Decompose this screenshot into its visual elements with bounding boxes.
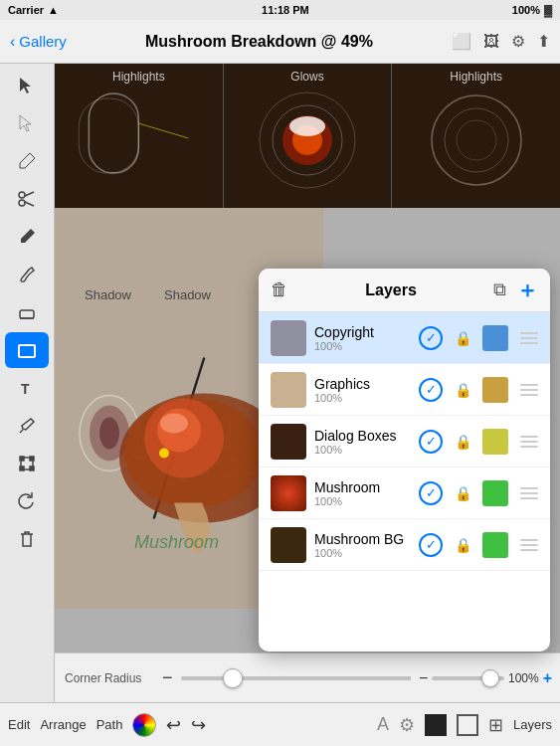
tool-transform[interactable] — [5, 446, 49, 481]
svg-point-31 — [99, 418, 119, 450]
bottom-bar: Edit Arrange Path ↩ ↪ A ⚙ ⊞ Layers — [0, 702, 560, 746]
layer-thumb-copyright — [271, 320, 306, 356]
layer-thumb-mushroom — [271, 475, 306, 511]
layer-info-copyright: Copyright 100% — [314, 324, 411, 352]
svg-rect-6 — [20, 310, 34, 318]
tool-pen[interactable] — [5, 143, 49, 179]
layer-check-copyright[interactable]: ✓ — [419, 326, 443, 350]
back-button[interactable]: ‹ Gallery — [10, 33, 67, 51]
layer-pct-graphics: 100% — [314, 392, 411, 404]
layer-check-graphics[interactable]: ✓ — [419, 378, 443, 402]
tool-pencil[interactable] — [5, 219, 49, 255]
redo-icon[interactable]: ↪ — [191, 714, 206, 736]
image-icon[interactable]: 🖼 — [483, 33, 499, 51]
corner-radius-minus-button[interactable]: − — [162, 667, 173, 688]
path-menu-button[interactable]: Path — [96, 717, 123, 732]
layer-name-copyright: Copyright — [314, 324, 411, 340]
corner-radius-thumb[interactable] — [223, 668, 243, 688]
layers-delete-button[interactable]: 🗑 — [271, 280, 288, 300]
layer-info-mushroom-bg: Mushroom BG 100% — [314, 531, 411, 559]
layer-handle-copyright[interactable] — [516, 332, 538, 344]
layers-duplicate-button[interactable]: ⧉ — [493, 280, 506, 300]
edit-menu-button[interactable]: Edit — [8, 717, 30, 732]
layer-row[interactable]: Dialog Boxes 100% ✓ 🔒 — [259, 416, 550, 467]
svg-point-26 — [457, 120, 496, 160]
tool-select[interactable] — [5, 68, 49, 103]
tool-eraser[interactable] — [5, 294, 49, 330]
layers-add-button[interactable]: ＋ — [516, 276, 538, 305]
layers-header-right: ⧉ ＋ — [493, 276, 538, 305]
tool-direct-select[interactable] — [5, 105, 49, 141]
layer-pct-mushroom-bg: 100% — [314, 547, 411, 559]
nav-right-icons: ⬜ 🖼 ⚙ ⬆ — [452, 32, 550, 51]
tool-eyedropper[interactable] — [5, 408, 49, 444]
gear-icon[interactable]: ⚙ — [511, 32, 525, 51]
layer-lock-dialog-boxes[interactable]: 🔒 — [451, 430, 474, 454]
layer-row[interactable]: Mushroom BG 100% ✓ 🔒 — [259, 519, 550, 571]
status-left: Carrier ▲ — [8, 4, 59, 16]
art-panels-row: Highlights Glows Highlights — [55, 64, 560, 208]
svg-point-25 — [445, 108, 508, 172]
tool-text[interactable]: T — [5, 370, 49, 406]
layer-lock-mushroom-bg[interactable]: 🔒 — [451, 533, 474, 557]
svg-line-5 — [25, 202, 34, 206]
tool-scissors[interactable] — [5, 181, 49, 217]
svg-rect-14 — [20, 466, 24, 470]
highlights-left-label: Highlights — [55, 70, 223, 84]
fill-shape-icon[interactable] — [425, 714, 447, 736]
svg-text:Shadow: Shadow — [85, 287, 132, 302]
zoom-slider[interactable] — [432, 676, 504, 680]
expand-icon[interactable]: ⬜ — [452, 32, 471, 51]
text-style-icon[interactable]: A — [377, 714, 389, 735]
battery-label: 100% — [512, 4, 540, 16]
zoom-bar: − 100% + — [411, 653, 560, 702]
layer-swatch-mushroom[interactable] — [482, 480, 508, 506]
svg-rect-17 — [79, 98, 138, 173]
svg-marker-1 — [20, 115, 31, 131]
layer-check-dialog-boxes[interactable]: ✓ — [419, 430, 443, 454]
svg-rect-8 — [19, 345, 35, 357]
tool-brush[interactable] — [5, 257, 49, 292]
layer-lock-graphics[interactable]: 🔒 — [451, 378, 474, 402]
settings-icon[interactable]: ⚙ — [399, 714, 415, 736]
svg-point-23 — [289, 116, 325, 136]
layer-check-mushroom-bg[interactable]: ✓ — [419, 533, 443, 557]
zoom-minus-button[interactable]: − — [419, 669, 428, 687]
layer-check-mushroom[interactable]: ✓ — [419, 481, 443, 505]
undo-icon[interactable]: ↩ — [166, 714, 181, 736]
color-wheel-button[interactable] — [132, 713, 156, 737]
layer-swatch-dialog-boxes[interactable] — [482, 429, 508, 455]
pattern-icon[interactable]: ⊞ — [488, 714, 503, 736]
layer-handle-mushroom[interactable] — [516, 487, 538, 499]
highlights-left-panel: Highlights — [55, 64, 224, 208]
layer-lock-copyright[interactable]: 🔒 — [451, 326, 474, 350]
svg-point-43 — [159, 449, 169, 459]
layer-row[interactable]: Mushroom 100% ✓ 🔒 — [259, 467, 550, 519]
tool-rotate[interactable] — [5, 483, 49, 519]
zoom-value: 100% — [508, 671, 539, 685]
layer-handle-mushroom-bg[interactable] — [516, 539, 538, 551]
corner-radius-label: Corner Radius — [65, 671, 154, 685]
zoom-plus-button[interactable]: + — [543, 669, 552, 687]
layer-swatch-mushroom-bg[interactable] — [482, 532, 508, 558]
svg-line-18 — [138, 123, 188, 138]
tool-trash[interactable] — [5, 521, 49, 557]
wifi-icon: ▲ — [48, 4, 59, 16]
arrange-menu-button[interactable]: Arrange — [40, 717, 86, 732]
back-label: Gallery — [19, 33, 67, 50]
nav-bar: ‹ Gallery Mushroom Breakdown @ 49% ⬜ 🖼 ⚙… — [0, 20, 560, 64]
outline-shape-icon[interactable] — [457, 714, 478, 736]
layer-row[interactable]: Copyright 100% ✓ 🔒 — [259, 312, 550, 364]
layer-swatch-copyright[interactable] — [482, 325, 508, 351]
tool-rectangle[interactable] — [5, 332, 49, 368]
svg-rect-13 — [30, 457, 34, 461]
zoom-thumb[interactable] — [481, 669, 499, 687]
layers-button[interactable]: Layers — [513, 717, 552, 732]
layers-panel: 🗑 Layers ⧉ ＋ Copyright 100% ✓ 🔒 Graphics… — [259, 269, 550, 652]
share-icon[interactable]: ⬆ — [537, 32, 550, 51]
layer-swatch-graphics[interactable] — [482, 377, 508, 403]
layer-handle-dialog-boxes[interactable] — [516, 436, 538, 448]
layer-row[interactable]: Graphics 100% ✓ 🔒 — [259, 364, 550, 416]
layer-handle-graphics[interactable] — [516, 384, 538, 396]
layer-lock-mushroom[interactable]: 🔒 — [451, 481, 474, 505]
